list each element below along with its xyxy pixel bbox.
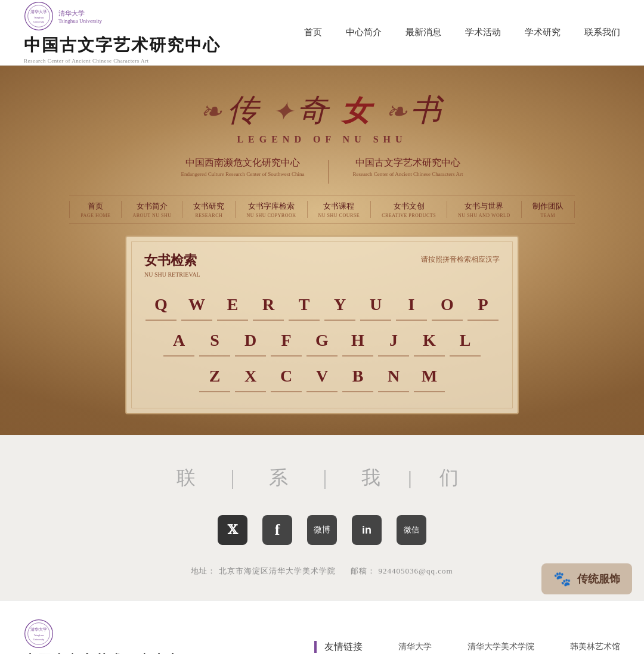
divider1: ｜: [223, 467, 250, 488]
address-value: 北京市海淀区清华大学美术学院: [219, 566, 336, 575]
key-Y[interactable]: Y: [324, 290, 355, 321]
key-H[interactable]: H: [342, 326, 373, 357]
key-T[interactable]: T: [289, 290, 320, 321]
svg-text:清华大学: 清华大学: [30, 627, 47, 631]
institute1-cn: 中国西南濒危文化研究中心: [181, 157, 305, 169]
key-M[interactable]: M: [414, 361, 445, 392]
hero-title-area: ❧传 ✦奇 女 ❧书 LEGEND OF NU SHU: [200, 89, 444, 145]
logo-text-block: 清华大学 Tsinghua University: [58, 9, 102, 24]
tsinghua-logo-icon: 清华大学 Tsinghua University: [24, 1, 54, 31]
key-F[interactable]: F: [271, 326, 302, 357]
header: 清华大学 Tsinghua University 清华大学 Tsinghua U…: [0, 0, 644, 66]
divider2: ｜: [315, 467, 343, 488]
key-C[interactable]: C: [271, 361, 302, 392]
tsinghua-en-label: Tsinghua University: [58, 18, 102, 24]
email-label: 邮稿：: [351, 566, 376, 575]
subnav-team[interactable]: 制作团队 TEAM: [522, 201, 575, 218]
key-R[interactable]: R: [253, 290, 284, 321]
search-title-en: NU SHU RETRIEVAL: [144, 271, 200, 278]
search-card-header: 女书检索 NU SHU RETRIEVAL 请按照拼音检索相应汉字: [144, 252, 500, 278]
key-J[interactable]: J: [378, 326, 409, 357]
key-L[interactable]: L: [450, 326, 481, 357]
footer-logo-area: 清华大学 Tsinghua University 中国古文字艺术研究中心 Res…: [24, 619, 181, 654]
tsinghua-cn-label: 清华大学: [58, 9, 102, 18]
subnav-about[interactable]: 女书简介 ABOUT NU SHU: [122, 201, 182, 218]
nav-home[interactable]: 首页: [304, 27, 322, 38]
institute2-cn: 中国古文字艺术研究中心: [353, 157, 463, 169]
key-S[interactable]: S: [199, 326, 230, 357]
key-U[interactable]: U: [360, 290, 391, 321]
key-N[interactable]: N: [378, 361, 409, 392]
subnav-world[interactable]: 女书与世界 NU SHU AND WORLD: [447, 201, 522, 218]
institute1-block: 中国西南濒危文化研究中心 Endangered Culture Research…: [181, 157, 305, 177]
key-G[interactable]: G: [306, 326, 338, 357]
key-O[interactable]: O: [432, 290, 463, 321]
key-Z[interactable]: Z: [199, 361, 230, 392]
nav-contact[interactable]: 联系我们: [584, 27, 620, 38]
subnav-creative[interactable]: 女书文创 CREATIVE PRODUCTS: [371, 201, 447, 218]
search-title-block: 女书检索 NU SHU RETRIEVAL: [144, 252, 200, 278]
subnav-copybook[interactable]: 女书字库检索 NU SHU COPYBOOK: [236, 201, 307, 218]
key-E[interactable]: E: [217, 290, 248, 321]
divider3: |: [408, 467, 420, 488]
nav-about[interactable]: 中心简介: [346, 27, 382, 38]
key-K[interactable]: K: [414, 326, 445, 357]
deco-icon: 🐾: [553, 571, 571, 587]
svg-text:University: University: [33, 638, 45, 641]
nav-research[interactable]: 学术研究: [525, 27, 561, 38]
footer-link-academy[interactable]: 清华大学美术学院: [467, 641, 534, 652]
footer-center-name-cn: 中国古文字艺术研究中心: [24, 652, 181, 654]
keyboard-row-3: Z X C V B N M: [199, 361, 445, 392]
nav-news[interactable]: 最新消息: [405, 27, 441, 38]
main-navigation: 首页 中心简介 最新消息 学术活动 学术研究 联系我们: [304, 27, 620, 38]
hero-institutes: 中国西南濒危文化研究中心 Endangered Culture Research…: [181, 157, 463, 184]
logo-area: 清华大学 Tsinghua University 清华大学 Tsinghua U…: [24, 1, 221, 64]
institute2-en: Research Center of Ancient Chinese Chara…: [353, 171, 463, 177]
linkedin-icon[interactable]: in: [352, 515, 382, 545]
bottom-footer: 清华大学 Tsinghua University 中国古文字艺术研究中心 Res…: [0, 600, 644, 654]
key-D[interactable]: D: [235, 326, 266, 357]
key-V[interactable]: V: [306, 361, 338, 392]
svg-text:Tsinghua: Tsinghua: [34, 16, 44, 19]
subnav-research[interactable]: 女书研究 RESEARCH: [182, 201, 236, 218]
contact-title-char1: 联: [177, 467, 205, 488]
keyboard-grid: Q W E R T Y U I O P A S D F G: [144, 290, 500, 392]
svg-text:清华大学: 清华大学: [30, 10, 47, 14]
center-name-cn: 中国古文字艺术研究中心: [24, 34, 221, 57]
search-hint: 请按照拼音检索相应汉字: [421, 255, 500, 265]
keyboard-row-2: A S D F G H J K L: [163, 326, 481, 357]
center-name-en: Research Center of Ancient Chinese Chara…: [24, 58, 148, 64]
footer-links-area: 友情链接 清华大学 清华大学美术学院 韩美林艺术馆: [314, 641, 620, 653]
social-icons-row: 𝕏 f 微博 in 微信: [24, 515, 620, 545]
twitter-icon[interactable]: 𝕏: [218, 515, 247, 545]
logo-top: 清华大学 Tsinghua University 清华大学 Tsinghua U…: [24, 1, 102, 31]
weibo-icon[interactable]: 微博: [307, 515, 337, 545]
bottom-deco-widget[interactable]: 🐾 传统服饰: [541, 563, 632, 594]
subnav-home[interactable]: 首页 PAGE HOME: [69, 201, 122, 218]
footer-link-hanmeilin[interactable]: 韩美林艺术馆: [570, 641, 620, 652]
key-X[interactable]: X: [235, 361, 266, 392]
key-B[interactable]: B: [342, 361, 373, 392]
search-title-cn: 女书检索: [144, 252, 200, 269]
hero-title-en: LEGEND OF NU SHU: [200, 134, 444, 145]
footer-tsinghua-logo-icon: 清华大学 Tsinghua University: [24, 619, 54, 649]
wechat-icon[interactable]: 微信: [397, 515, 426, 545]
footer-link-tsinghua[interactable]: 清华大学: [398, 641, 432, 652]
hero-title-cn: ❧传 ✦奇 女 ❧书: [200, 89, 444, 131]
facebook-icon[interactable]: f: [262, 515, 292, 545]
contact-info: 地址： 北京市海淀区清华大学美术学院 邮稿： 924405036@qq.com: [24, 566, 620, 576]
key-P[interactable]: P: [467, 290, 499, 321]
hero-sub-navigation: 首页 PAGE HOME 女书简介 ABOUT NU SHU 女书研究 RESE…: [69, 196, 574, 224]
key-W[interactable]: W: [181, 290, 212, 321]
contact-title-char2: 系: [269, 467, 297, 488]
institute-divider: [329, 160, 329, 184]
key-Q[interactable]: Q: [145, 290, 177, 321]
hero-content: ❧传 ✦奇 女 ❧书 LEGEND OF NU SHU 中国西南濒危文化研究中心…: [0, 66, 644, 414]
key-A[interactable]: A: [163, 326, 194, 357]
subnav-course[interactable]: 女书课程 NU SHU COURSE: [308, 201, 371, 218]
key-I[interactable]: I: [396, 290, 427, 321]
search-card: 女书检索 NU SHU RETRIEVAL 请按照拼音检索相应汉字 Q W E …: [125, 235, 519, 414]
svg-text:Tsinghua: Tsinghua: [34, 634, 44, 637]
nav-activities[interactable]: 学术活动: [465, 27, 501, 38]
address-label: 地址：: [191, 566, 216, 575]
